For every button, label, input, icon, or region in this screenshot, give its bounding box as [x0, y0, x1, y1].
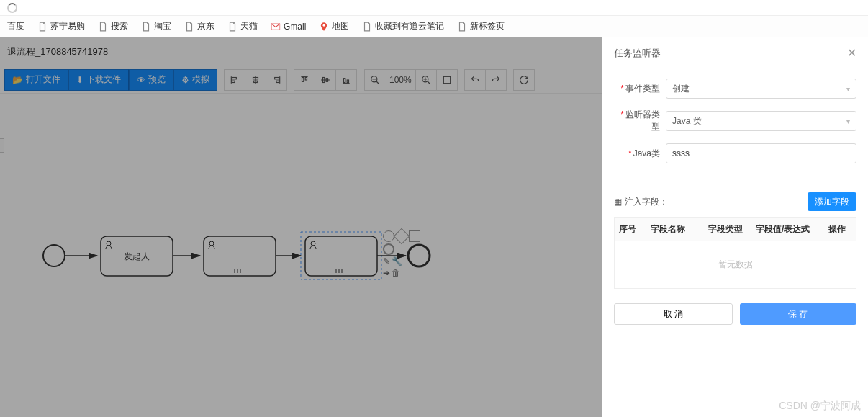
task-listener-drawer: 任务监听器 ✕ *事件类型 创建 ▾ *监听器类型 Java 类 ▾ *Java…: [602, 37, 868, 417]
bookmark-suning[interactable]: 苏宁易购: [37, 20, 85, 32]
bookmark-label: 地图: [332, 20, 349, 32]
bookmark-newtab[interactable]: 新标签页: [457, 20, 505, 32]
bookmark-gmail[interactable]: Gmail: [271, 22, 306, 32]
page-icon: [457, 22, 467, 32]
loading-spinner-icon: [7, 3, 17, 13]
bookmark-youdao[interactable]: 收藏到有道云笔记: [362, 20, 444, 32]
app-container: 退流程_1708845741978 📂 打开文件 ⬇ 下载文件 👁 预览 ⚙ 模…: [0, 37, 868, 417]
event-type-select[interactable]: 创建 ▾: [666, 79, 856, 99]
listener-type-label: 监听器类型: [625, 109, 660, 132]
bookmark-search[interactable]: 搜索: [98, 20, 128, 32]
event-type-value: 创建: [672, 83, 690, 95]
listener-type-value: Java 类: [672, 115, 702, 127]
address-bar: [0, 0, 868, 16]
listener-type-select[interactable]: Java 类 ▾: [666, 111, 856, 131]
maps-icon: [319, 22, 329, 32]
col-type: 字段类型: [704, 218, 751, 241]
bookmark-jd[interactable]: 京东: [184, 20, 214, 32]
bookmark-label: 京东: [197, 20, 214, 32]
bookmark-label: 百度: [7, 20, 24, 32]
col-name: 字段名称: [646, 218, 704, 241]
close-icon[interactable]: ✕: [847, 46, 856, 60]
bookmark-label: 淘宝: [154, 20, 171, 32]
event-type-label: 事件类型: [625, 84, 660, 94]
bookmark-baidu[interactable]: 百度: [7, 20, 24, 32]
bookmarks-bar: 百度 苏宁易购 搜索 淘宝 京东 天猫 Gmail 地图 收藏到有道云笔记 新标…: [0, 16, 868, 37]
bookmark-label: 收藏到有道云笔记: [375, 20, 444, 32]
bookmark-label: Gmail: [284, 22, 306, 32]
grid-icon: ▦: [614, 197, 622, 207]
add-field-button[interactable]: 添加字段: [808, 192, 856, 211]
page-icon: [184, 22, 194, 32]
page-icon: [37, 22, 48, 32]
page-icon: [227, 22, 238, 32]
svg-point-1: [323, 24, 325, 26]
java-class-label: Java类: [633, 148, 660, 158]
watermark: CSDN @宁波阿成: [779, 400, 861, 413]
bookmark-label: 搜索: [111, 20, 128, 32]
page-icon: [98, 22, 108, 32]
bookmark-tmall[interactable]: 天猫: [227, 20, 258, 32]
chevron-down-icon: ▾: [846, 117, 850, 125]
col-value: 字段值/表达式: [751, 218, 824, 241]
save-button[interactable]: 保 存: [740, 303, 857, 325]
bookmark-map[interactable]: 地图: [319, 20, 349, 32]
panel-title: 任务监听器: [614, 47, 661, 60]
java-class-input[interactable]: [666, 143, 856, 163]
bookmark-label: 新标签页: [470, 20, 505, 32]
chevron-down-icon: ▾: [846, 85, 850, 93]
fields-table: 序号 字段名称 字段类型 字段值/表达式 操作 暂无数据: [614, 217, 856, 289]
col-action: 操作: [824, 218, 856, 241]
gmail-icon: [271, 22, 281, 32]
col-index: 序号: [615, 218, 646, 241]
inject-fields-label: 注入字段：: [625, 196, 668, 208]
cancel-button[interactable]: 取 消: [614, 303, 733, 325]
table-empty-text: 暂无数据: [615, 241, 856, 288]
page-icon: [141, 22, 151, 32]
bookmark-taobao[interactable]: 淘宝: [141, 20, 171, 32]
page-icon: [362, 22, 372, 32]
bookmark-label: 天猫: [240, 20, 258, 32]
bookmark-label: 苏宁易购: [50, 20, 85, 32]
